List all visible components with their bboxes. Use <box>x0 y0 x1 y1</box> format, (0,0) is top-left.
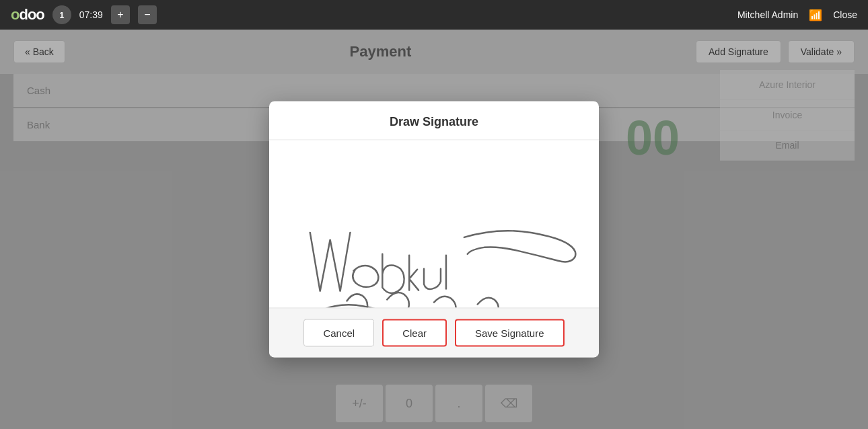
wifi-icon: 📶 <box>809 9 822 22</box>
signature-drawing <box>269 141 599 308</box>
modal-title: Draw Signature <box>285 115 583 129</box>
save-signature-button[interactable]: Save Signature <box>455 319 565 347</box>
user-name: Mitchell Admin <box>737 9 798 20</box>
odoo-logo: odoo <box>11 6 44 24</box>
cancel-button[interactable]: Cancel <box>303 319 374 347</box>
session-badge: 1 <box>52 5 71 24</box>
top-bar-left: odoo 1 07:39 + − <box>11 5 157 24</box>
signature-canvas[interactable] <box>269 141 599 309</box>
main-area: « Back Payment Add Signature Validate » … <box>0 30 868 429</box>
draw-signature-modal: Draw Signature <box>269 102 599 358</box>
clear-button[interactable]: Clear <box>382 319 447 347</box>
modal-header: Draw Signature <box>269 102 599 141</box>
modal-footer: Cancel Clear Save Signature <box>269 309 599 358</box>
time-display: 07:39 <box>79 9 103 20</box>
top-bar: odoo 1 07:39 + − Mitchell Admin 📶 Close <box>0 0 868 30</box>
top-bar-right: Mitchell Admin 📶 Close <box>737 9 857 22</box>
plus-button[interactable]: + <box>111 5 130 24</box>
minus-button[interactable]: − <box>138 5 157 24</box>
close-button[interactable]: Close <box>833 9 857 20</box>
